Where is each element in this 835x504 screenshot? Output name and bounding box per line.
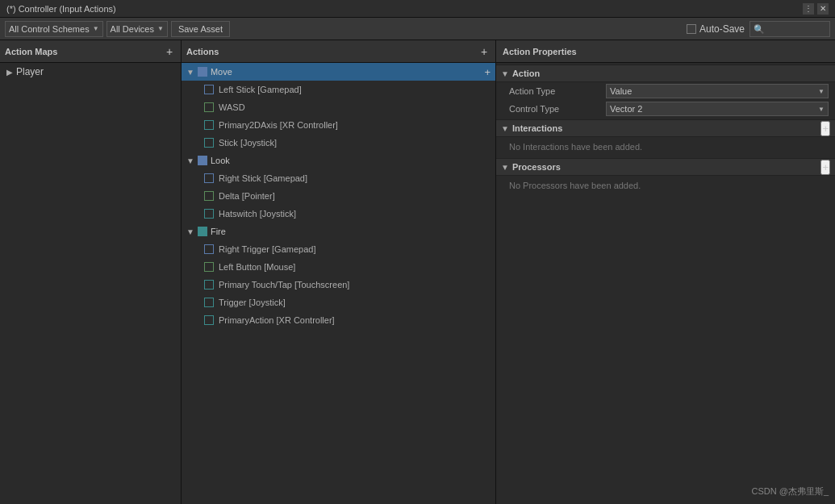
properties-title: Action Properties xyxy=(503,47,577,56)
binding-wasd[interactable]: WASD xyxy=(182,98,495,116)
action-section-header: ▼ Action xyxy=(496,65,835,82)
close-button[interactable]: ✕ xyxy=(817,3,829,15)
action-type-arrow-icon: ▼ xyxy=(818,88,825,95)
move-label: Move xyxy=(211,67,485,77)
binding-hatswitch[interactable]: Hatswitch [Joystick] xyxy=(182,205,495,223)
action-maps-header: Action Maps + xyxy=(0,40,181,63)
interactions-empty-text: No Interactions have been added. xyxy=(496,137,835,156)
toolbar: All Control Schemes ▼ All Devices ▼ Save… xyxy=(0,18,835,40)
primary-touch-label: Primary Touch/Tap [Touchscreen] xyxy=(219,280,349,289)
action-expand-icon: ▼ xyxy=(501,69,509,78)
control-schemes-dropdown[interactable]: All Control Schemes ▼ xyxy=(5,21,103,37)
right-stick-icon xyxy=(204,173,214,183)
primaryaction-xr-icon xyxy=(204,315,214,325)
action-map-player[interactable]: ▶ Player xyxy=(0,63,181,81)
processors-section-title: Processors xyxy=(512,162,561,172)
auto-save-label: Auto-Save xyxy=(699,23,745,35)
look-action-icon xyxy=(198,156,207,165)
control-type-label: Control Type xyxy=(509,104,606,114)
add-processor-button[interactable]: + xyxy=(820,160,830,175)
actions-panel: Actions + ▼ Move + Left Stick [Gamepad] … xyxy=(182,40,496,504)
binding-right-trigger[interactable]: Right Trigger [Gamepad] xyxy=(182,240,495,258)
binding-primary2daxis[interactable]: Primary2DAxis [XR Controller] xyxy=(182,116,495,134)
watermark: CSDN @杰弗里斯_ xyxy=(751,485,829,498)
main-layout: Action Maps + ▶ Player Actions + ▼ Move … xyxy=(0,40,835,504)
right-trigger-icon xyxy=(204,244,214,254)
add-action-button[interactable]: + xyxy=(478,45,491,58)
auto-save-check: Auto-Save xyxy=(687,23,745,35)
action-type-label: Action Type xyxy=(509,86,606,96)
binding-primary-touch[interactable]: Primary Touch/Tap [Touchscreen] xyxy=(182,276,495,294)
devices-dropdown[interactable]: All Devices ▼ xyxy=(106,21,168,37)
chevron-down-icon: ▼ xyxy=(93,25,99,32)
actions-title: Actions xyxy=(186,47,219,56)
wasd-icon xyxy=(204,102,214,112)
move-action-icon xyxy=(198,67,207,77)
auto-save-checkbox[interactable] xyxy=(687,24,696,34)
action-move[interactable]: ▼ Move + xyxy=(182,63,495,81)
expand-icon: ▶ xyxy=(6,68,13,77)
right-trigger-label: Right Trigger [Gamepad] xyxy=(219,244,315,254)
binding-trigger-joystick[interactable]: Trigger [Joystick] xyxy=(182,294,495,311)
action-map-label: Player xyxy=(16,66,44,77)
processors-empty-text: No Processors have been added. xyxy=(496,176,835,195)
interactions-section-header: ▼ Interactions + xyxy=(496,119,835,137)
control-type-dropdown[interactable]: Vector 2 ▼ xyxy=(606,102,829,116)
stick-joystick-label: Stick [Joystick] xyxy=(219,138,277,148)
fire-label: Fire xyxy=(211,227,485,236)
left-button-icon xyxy=(204,262,214,272)
interactions-section-title: Interactions xyxy=(512,123,562,133)
trigger-joystick-icon xyxy=(204,298,214,307)
action-fire[interactable]: ▼ Fire + xyxy=(182,223,495,240)
add-action-map-button[interactable]: + xyxy=(163,45,176,58)
primary-touch-icon xyxy=(204,280,214,289)
trigger-joystick-label: Trigger [Joystick] xyxy=(219,298,286,307)
fire-action-icon xyxy=(198,227,207,236)
binding-right-stick[interactable]: Right Stick [Gamepad] xyxy=(182,169,495,187)
binding-left-button[interactable]: Left Button [Mouse] xyxy=(182,258,495,276)
delta-pointer-icon xyxy=(204,191,214,201)
search-input[interactable] xyxy=(749,21,830,37)
right-stick-label: Right Stick [Gamepad] xyxy=(219,173,307,183)
primaryaction-xr-label: PrimaryAction [XR Controller] xyxy=(219,315,335,325)
binding-stick-joystick[interactable]: Stick [Joystick] xyxy=(182,134,495,152)
title-bar-left: (*) Controller (Input Actions) xyxy=(6,4,116,14)
wasd-label: WASD xyxy=(219,102,245,112)
binding-primaryaction-xr[interactable]: PrimaryAction [XR Controller] xyxy=(182,311,495,329)
actions-header: Actions + xyxy=(182,40,495,63)
menu-dots-button[interactable]: ⋮ xyxy=(803,3,814,15)
processors-section-header: ▼ Processors + xyxy=(496,158,835,176)
action-type-row: Action Type Value ▼ xyxy=(496,82,835,100)
stick-joystick-icon xyxy=(204,138,214,148)
add-move-binding-button[interactable]: + xyxy=(484,66,491,78)
look-label: Look xyxy=(211,156,485,165)
action-type-value: Value xyxy=(610,86,632,96)
title-bar-controls: ⋮ ✕ xyxy=(803,3,829,15)
binding-delta-pointer[interactable]: Delta [Pointer] xyxy=(182,187,495,205)
window-title: (*) Controller (Input Actions) xyxy=(6,4,116,14)
action-look[interactable]: ▼ Look + xyxy=(182,152,495,169)
processors-expand-icon: ▼ xyxy=(501,163,509,172)
save-asset-button[interactable]: Save Asset xyxy=(171,21,230,37)
expand-fire-icon: ▼ xyxy=(186,227,194,236)
left-stick-icon xyxy=(204,85,214,94)
title-bar: (*) Controller (Input Actions) ⋮ ✕ xyxy=(0,0,835,18)
action-type-dropdown[interactable]: Value ▼ xyxy=(606,84,829,98)
primary2daxis-label: Primary2DAxis [XR Controller] xyxy=(219,120,338,130)
interactions-expand-icon: ▼ xyxy=(501,124,509,133)
control-type-value: Vector 2 xyxy=(610,104,642,114)
control-type-arrow-icon: ▼ xyxy=(818,106,825,113)
hatswitch-icon xyxy=(204,209,214,219)
binding-left-stick[interactable]: Left Stick [Gamepad] xyxy=(182,81,495,98)
action-section-title: Action xyxy=(512,69,540,78)
chevron-down-icon: ▼ xyxy=(157,25,164,32)
left-stick-label: Left Stick [Gamepad] xyxy=(219,85,302,94)
left-button-label: Left Button [Mouse] xyxy=(219,262,295,272)
delta-pointer-label: Delta [Pointer] xyxy=(219,191,275,201)
control-type-row: Control Type Vector 2 ▼ xyxy=(496,100,835,118)
add-interaction-button[interactable]: + xyxy=(820,121,830,136)
action-maps-title: Action Maps xyxy=(5,47,57,56)
properties-panel: Action Properties ▼ Action Action Type V… xyxy=(496,40,835,504)
expand-move-icon: ▼ xyxy=(186,68,194,77)
hatswitch-label: Hatswitch [Joystick] xyxy=(219,209,296,219)
